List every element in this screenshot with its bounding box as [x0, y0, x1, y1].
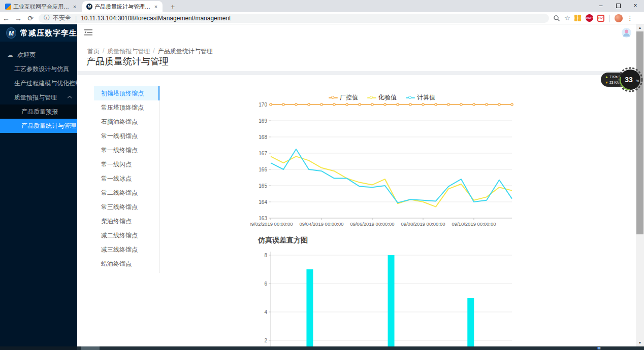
- appstore-favicon-icon: [5, 4, 11, 10]
- quality-line-chart: 16316416516616716816917009/02/2019 00:00…: [250, 100, 520, 227]
- digital-twin-favicon-icon: M: [86, 4, 92, 10]
- legend-marker-icon: [406, 96, 415, 100]
- adblock-extension-icon[interactable]: ABP: [586, 14, 593, 22]
- chevron-up-icon: [68, 96, 72, 100]
- info-icon[interactable]: ⓘ: [44, 14, 50, 22]
- breadcrumb-separator: /: [153, 47, 154, 56]
- browser-tabstrip: 工业互联网平台应用商店 × M 产品质量统计与管理 - 常减压数… × + – …: [0, 0, 644, 12]
- quality-tab-10[interactable]: 减二线终馏点: [94, 228, 160, 242]
- app-logo-icon: M: [6, 27, 16, 39]
- percent-sign: %: [636, 79, 639, 83]
- svg-text:09/02/2019 00:00:00: 09/02/2019 00:00:00: [250, 221, 293, 227]
- svg-text:166: 166: [259, 167, 267, 172]
- quality-tab-0[interactable]: 初馏塔顶终馏点: [94, 86, 160, 100]
- forward-button[interactable]: →: [12, 14, 24, 22]
- breadcrumb-item: 产品质量统计与管理: [158, 47, 213, 56]
- svg-text:168: 168: [259, 134, 267, 140]
- browser-tab-active[interactable]: M 产品质量统计与管理 - 常减压数… ×: [82, 1, 163, 12]
- quality-tab-3[interactable]: 常一线初馏点: [94, 129, 160, 143]
- chrome-menu-icon[interactable]: ⋮: [627, 14, 633, 22]
- bottom-corner: [0, 346, 77, 350]
- quality-tab-4[interactable]: 常一线终馏点: [94, 143, 160, 157]
- window-maximize-button[interactable]: [609, 0, 627, 12]
- svg-text:169: 169: [259, 118, 267, 124]
- window-controls: – ×: [592, 0, 644, 12]
- back-button[interactable]: ←: [0, 14, 12, 22]
- upload-arrow-icon: ▲: [605, 75, 608, 79]
- tab-close-icon[interactable]: ×: [152, 3, 159, 10]
- bottom-scrollbar[interactable]: ▮▮: [0, 346, 644, 350]
- bar-chart-title: 仿真误差直方图: [258, 236, 308, 245]
- security-label: 不安全: [53, 14, 71, 22]
- url-text: 10.11.13.104:30108/forecastManagement/ma…: [81, 15, 231, 22]
- quality-tab-9[interactable]: 柴油终馏点: [94, 214, 160, 228]
- zoom-icon[interactable]: [553, 15, 560, 22]
- user-avatar[interactable]: [622, 28, 631, 38]
- sidebar-item-0[interactable]: ☁欢迎页: [0, 48, 77, 62]
- svg-text:09/04/2019 00:00:00: 09/04/2019 00:00:00: [299, 221, 343, 227]
- app-logo-text: 常减压数字孪生: [20, 28, 77, 38]
- svg-text:163: 163: [259, 216, 267, 221]
- quality-tab-7[interactable]: 常二线终馏点: [94, 186, 160, 200]
- tab-close-icon[interactable]: ×: [71, 3, 78, 10]
- svg-text:170: 170: [259, 102, 267, 108]
- new-tab-button[interactable]: +: [167, 2, 179, 11]
- taskbar-glyph-icon: ▮▮: [597, 346, 601, 350]
- tab-title: 产品质量统计与管理 - 常减压数…: [94, 3, 150, 11]
- sidebar-item-4[interactable]: 产品质量预报: [0, 104, 77, 119]
- cpu-percent-badge[interactable]: 33 %: [618, 67, 643, 92]
- error-histogram-chart: 8642: [250, 248, 520, 346]
- sidebar-item-label: 生产过程建模与优化控制: [14, 79, 81, 88]
- quality-tab-8[interactable]: 常三线终馏点: [94, 200, 160, 214]
- breadcrumb: 首页/质量预报与管理/产品质量统计与管理: [87, 47, 213, 56]
- bookmark-star-icon[interactable]: ☆: [564, 14, 570, 22]
- scroll-down-icon[interactable]: ▼: [636, 339, 644, 346]
- tab-title: 工业互联网平台应用商店: [13, 3, 69, 11]
- scroll-up-icon[interactable]: ▲: [636, 24, 644, 31]
- svg-text:165: 165: [259, 183, 267, 189]
- browser-profile-avatar[interactable]: [615, 14, 623, 22]
- app-header: [77, 24, 636, 41]
- svg-text:09/10/2019 00:00:00: 09/10/2019 00:00:00: [452, 221, 496, 227]
- red-extension-icon[interactable]: 87: [597, 15, 604, 22]
- extension-grid-icon[interactable]: [574, 15, 582, 22]
- browser-toolbar: ← → ⟳ ⓘ 不安全 | 10.11.13.104:30108/forecas…: [0, 12, 644, 24]
- legend-marker-icon: [329, 96, 338, 100]
- network-monitor-overlay[interactable]: ▲ 7 K/s ▼ 23 K/s 33 %: [601, 67, 644, 92]
- sidebar-collapse-icon[interactable]: [84, 29, 92, 36]
- reload-button[interactable]: ⟳: [24, 14, 37, 22]
- quality-tab-2[interactable]: 石脑油终馏点: [94, 115, 160, 129]
- window-close-button[interactable]: ×: [627, 0, 644, 12]
- quality-tab-6[interactable]: 常一线冰点: [94, 171, 160, 186]
- sidebar-item-1[interactable]: 工艺参数设计与仿真: [0, 62, 77, 76]
- quality-tab-12[interactable]: 蜡油终馏点: [94, 257, 160, 271]
- upload-speed: 7 K/s: [609, 75, 618, 79]
- sidebar-item-label: 工艺参数设计与仿真: [14, 65, 69, 74]
- breadcrumb-item[interactable]: 质量预报与管理: [107, 47, 150, 56]
- sidebar-item-label: 质量预报与管理: [14, 93, 57, 102]
- sidebar-item-label: 产品质量统计与管理: [21, 122, 76, 130]
- address-bar[interactable]: ⓘ 不安全 | 10.11.13.104:30108/forecastManag…: [39, 14, 549, 23]
- app-logo[interactable]: M 常减压数字孪生: [0, 24, 77, 42]
- divider: |: [608, 14, 610, 23]
- window-minimize-button[interactable]: –: [592, 0, 609, 12]
- svg-text:8: 8: [264, 253, 267, 258]
- section-divider: [77, 71, 636, 75]
- sidebar-item-3[interactable]: 质量预报与管理: [0, 90, 77, 104]
- horizontal-scroll-thumb[interactable]: [81, 346, 100, 350]
- browser-tab-appstore[interactable]: 工业互联网平台应用商店 ×: [1, 1, 81, 12]
- main-content: 初馏塔顶终馏点常压塔顶终馏点石脑油终馏点常一线初馏点常一线终馏点常一线闪点常一线…: [77, 75, 636, 346]
- quality-tab-5[interactable]: 常一线闪点: [94, 157, 160, 171]
- svg-text:09/06/2019 00:00:00: 09/06/2019 00:00:00: [350, 221, 394, 227]
- svg-text:6: 6: [264, 281, 267, 287]
- quality-tab-11[interactable]: 减三线终馏点: [94, 242, 160, 257]
- svg-text:164: 164: [259, 199, 267, 205]
- legend-marker-icon: [367, 96, 376, 100]
- maximize-icon: [616, 4, 621, 8]
- sidebar-item-2[interactable]: 生产过程建模与优化控制: [0, 76, 77, 90]
- scrollbar-thumb[interactable]: [636, 31, 643, 234]
- cloud-icon: ☁: [6, 52, 14, 58]
- quality-tab-1[interactable]: 常压塔顶终馏点: [94, 100, 160, 115]
- sidebar-item-5[interactable]: 产品质量统计与管理: [0, 119, 77, 133]
- breadcrumb-item[interactable]: 首页: [87, 47, 100, 56]
